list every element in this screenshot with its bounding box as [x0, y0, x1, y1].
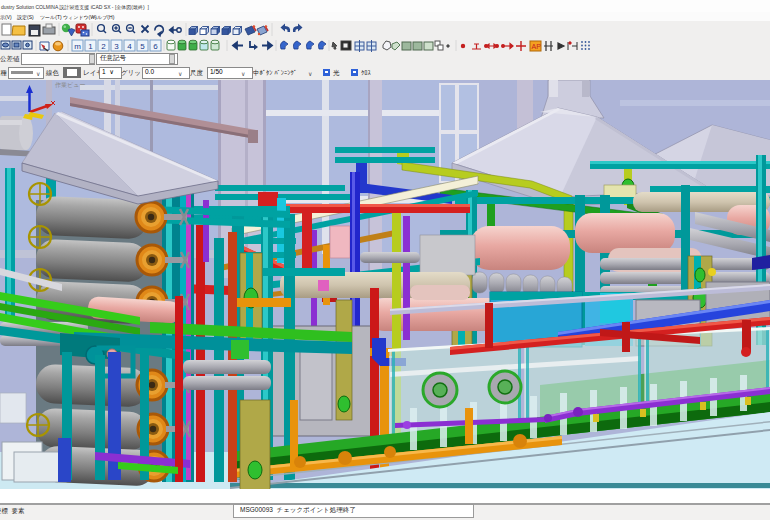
svg-text:AP: AP [532, 43, 542, 50]
svg-text:6: 6 [153, 42, 158, 51]
svg-text:作業ビュー: 作業ビュー [54, 82, 85, 88]
svg-text:1: 1 [88, 42, 93, 51]
svg-text:4: 4 [127, 42, 132, 51]
svg-text:3: 3 [114, 42, 119, 51]
svg-text:5: 5 [140, 42, 145, 51]
svg-text:m: m [74, 42, 81, 51]
svg-text:2: 2 [101, 42, 106, 51]
